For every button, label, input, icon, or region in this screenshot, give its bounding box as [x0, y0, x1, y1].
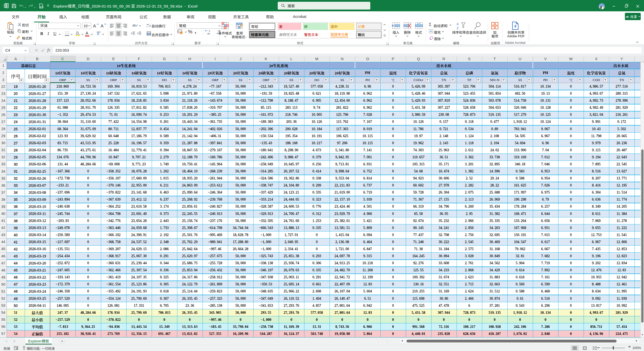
svg-text:c: c [147, 25, 148, 27]
svg-text:.00: .00 [207, 32, 210, 35]
svg-text:A: A [457, 22, 459, 26]
svg-text:0: 0 [209, 30, 210, 32]
svg-text:¥: ¥ [178, 30, 179, 33]
svg-text:Z: Z [457, 26, 459, 30]
svg-text:ab: ab [132, 24, 136, 27]
